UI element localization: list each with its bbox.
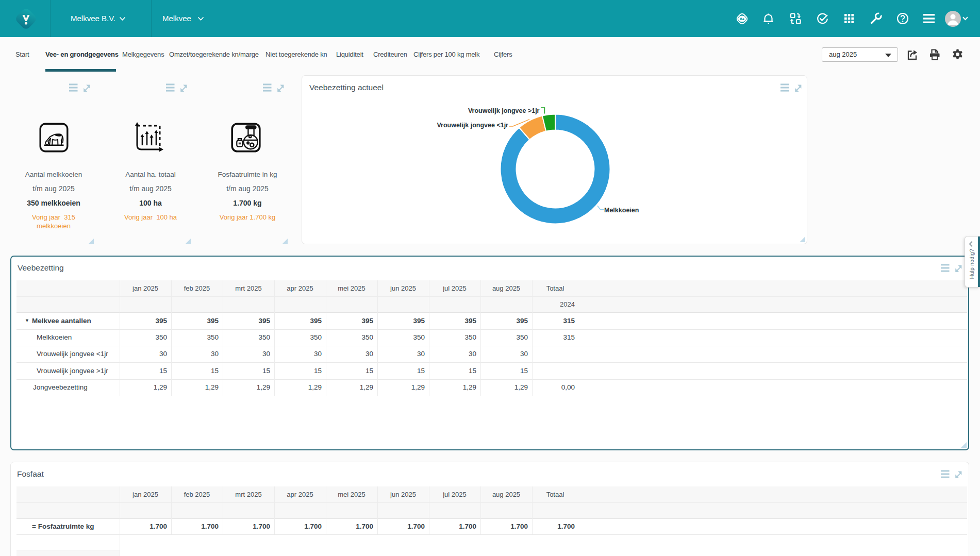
svg-text:Vrouwelijk jongvee <1jr: Vrouwelijk jongvee <1jr xyxy=(437,122,508,129)
svg-text:Vrouwelijk jongvee >1jr: Vrouwelijk jongvee >1jr xyxy=(468,107,540,114)
svg-text:Melkkoeien: Melkkoeien xyxy=(604,207,639,214)
